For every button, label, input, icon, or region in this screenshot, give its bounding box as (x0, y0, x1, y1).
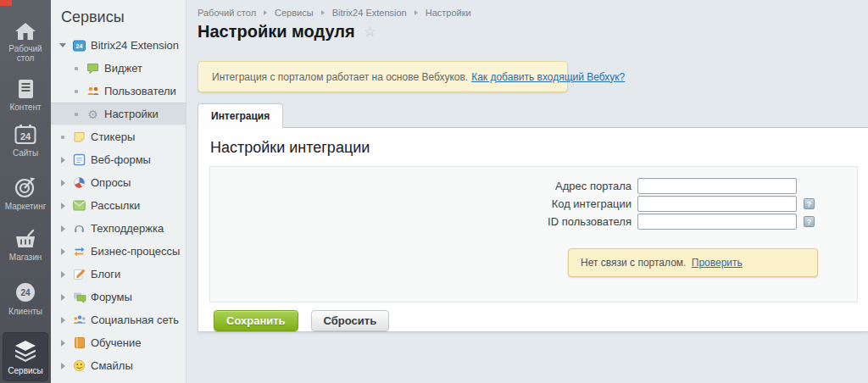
chevron-right-icon[interactable] (56, 363, 70, 369)
bullet-icon (70, 90, 83, 93)
field-label: Код интеграции (210, 197, 637, 210)
layers-icon (3, 339, 48, 363)
sidebar-item-webforms[interactable]: Веб-формы (51, 148, 186, 171)
sidebar-item-label: Стикеры (91, 130, 135, 143)
social-icon (72, 314, 86, 327)
chevron-right-icon[interactable] (56, 180, 70, 186)
sidebar-item-stickers[interactable]: Стикеры (51, 125, 186, 148)
forum-icon (72, 291, 86, 304)
sidebar-item-polls[interactable]: Опросы (51, 171, 186, 194)
sidebar-item-widget[interactable]: Виджет (51, 57, 186, 80)
rail-item-sites[interactable]: 24 Сайты (0, 124, 51, 158)
document-icon (0, 79, 51, 99)
breadcrumb-link[interactable]: Bitrix24 Extension (332, 8, 407, 18)
bizproc-icon (72, 245, 86, 258)
reset-button[interactable]: Сбросить (311, 310, 390, 331)
book-icon (72, 336, 86, 350)
breadcrumb-separator-icon (321, 10, 325, 15)
form-row-integration-code: Код интеграции (210, 195, 857, 213)
sidebar-item-label: Рассылки (91, 199, 140, 212)
svg-text:24: 24 (20, 131, 31, 142)
notification-badge (0, 0, 12, 6)
sidebar-item-bizproc[interactable]: Бизнес-процессы (51, 240, 186, 263)
headset-icon (72, 222, 86, 236)
sidebar-item-forums[interactable]: Форумы (51, 286, 186, 308)
rail-item-desktop[interactable]: Рабочий стол (0, 22, 51, 63)
sidebar-item-label: Социальная сеть (91, 314, 179, 326)
field-label: ID пользователя (210, 215, 637, 228)
breadcrumb-link[interactable]: Настройки (426, 8, 471, 18)
rail-item-label: Магазин (9, 253, 42, 262)
sidebar-item-social[interactable]: Социальная сеть (51, 308, 186, 331)
add-webhook-link[interactable]: Как добавить входящий Вебхук? (471, 71, 625, 83)
section-heading: Настройки интеграции (210, 139, 868, 157)
notice-text: Интеграция с порталом работает на основе… (212, 71, 468, 83)
rail-item-label: Рабочий стол (8, 44, 42, 63)
breadcrumb-link[interactable]: Сервисы (275, 8, 314, 18)
sidebar-item-mailings[interactable]: Рассылки (51, 194, 186, 217)
tab-integration[interactable]: Интеграция (198, 103, 283, 128)
breadcrumb-link[interactable]: Рабочий стол (198, 8, 256, 18)
save-button[interactable]: Сохранить (214, 310, 298, 331)
help-icon[interactable] (804, 198, 815, 209)
sidebar-item-settings[interactable]: Настройки (51, 103, 186, 125)
chevron-right-icon[interactable] (56, 225, 70, 232)
rail-item-services[interactable]: Сервисы (3, 332, 48, 381)
form-buttons: Сохранить Сбросить (214, 310, 389, 331)
rail-item-marketing[interactable]: Маркетинг (0, 176, 51, 211)
smiley-icon (72, 359, 86, 373)
chevron-right-icon[interactable] (56, 248, 70, 255)
circle24-icon: 24 (0, 281, 51, 303)
portal-address-input[interactable] (637, 178, 797, 194)
rail-item-clients[interactable]: 24 Клиенты (0, 281, 51, 316)
form-row-user-id: ID пользователя (210, 213, 857, 230)
pie-icon (72, 176, 86, 190)
sidebar-item-users[interactable]: Пользователи (51, 80, 186, 103)
sidebar-item-clipped[interactable] (51, 377, 186, 383)
svg-text:24: 24 (76, 43, 83, 49)
sidebar-item-training[interactable]: Обучение (51, 331, 186, 354)
users-icon (86, 85, 100, 98)
sidebar-item-bitrix24-extension[interactable]: 24 Bitrix24 Extension (51, 34, 186, 57)
widget-icon (86, 62, 100, 75)
user-id-input[interactable] (637, 214, 797, 230)
chevron-down-icon[interactable] (56, 43, 70, 47)
main-content: Рабочий стол Сервисы Bitrix24 Extension … (186, 0, 868, 383)
breadcrumb-separator-icon (264, 10, 267, 15)
sidebar-tree: 24 Bitrix24 Extension Виджет Пользовател… (51, 34, 186, 383)
help-icon[interactable] (804, 216, 815, 227)
field-label: Адрес портала (210, 180, 637, 192)
star-outline-icon[interactable]: ☆ (364, 23, 376, 41)
calendar24-icon: 24 (0, 124, 51, 145)
integration-code-input[interactable] (637, 196, 797, 212)
chevron-right-icon[interactable] (56, 294, 70, 301)
home-icon (0, 22, 51, 41)
check-connection-link[interactable]: Проверить (692, 257, 743, 269)
integration-form: Адрес портала Код интеграции ID пользова… (209, 166, 858, 303)
page-title: Настройки модуля (198, 22, 355, 42)
sidebar-item-support[interactable]: Техподдержка (51, 217, 186, 240)
chevron-right-icon[interactable] (56, 203, 70, 209)
basket-icon (0, 229, 51, 249)
rail-item-content[interactable]: Контент (0, 79, 51, 112)
rail-item-shop[interactable]: Магазин (0, 229, 51, 262)
sidebar-item-label: Форумы (91, 291, 132, 303)
sidebar-item-label: Техподдержка (91, 222, 164, 235)
chevron-right-icon[interactable] (56, 157, 70, 164)
webform-icon (72, 153, 86, 167)
sidebar-item-label: Веб-формы (91, 153, 151, 166)
sidebar-item-blogs[interactable]: Блоги (51, 263, 186, 286)
sidebar-item-label: Bitrix24 Extension (91, 39, 179, 52)
left-rail: Рабочий стол Контент 24 Сайты Маркетинг … (0, 0, 51, 383)
sidebar-item-smileys[interactable]: Смайлы (51, 354, 186, 377)
breadcrumb-separator-icon (415, 10, 418, 15)
chevron-right-icon[interactable] (56, 271, 70, 278)
sidebar-item-label: Пользователи (104, 85, 176, 97)
rail-item-label: Сервисы (8, 366, 42, 375)
status-text: Нет связи с порталом. (581, 257, 686, 269)
bullet-icon (56, 136, 70, 139)
chevron-right-icon[interactable] (56, 317, 70, 324)
form-row-portal-address: Адрес портала (210, 177, 857, 195)
tab-label: Интеграция (211, 110, 270, 122)
chevron-right-icon[interactable] (56, 340, 70, 347)
